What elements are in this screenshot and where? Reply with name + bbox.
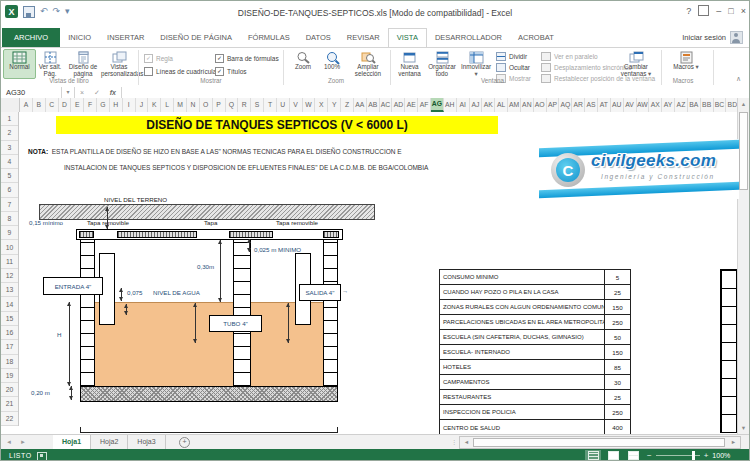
zoom-100-button[interactable]: 100% <box>317 49 347 79</box>
column-header[interactable]: AM <box>508 98 521 112</box>
enter-icon[interactable]: ✓ <box>94 89 100 97</box>
ribbon-tab[interactable]: DATOS <box>298 28 339 47</box>
column-header[interactable]: N <box>187 98 200 112</box>
column-header[interactable]: P <box>213 98 226 112</box>
table-row[interactable]: CAMPAMENTOS 30 <box>440 375 630 390</box>
table-row-value[interactable]: 250 <box>604 315 630 329</box>
row-header[interactable]: 17 <box>1 340 18 354</box>
row-header[interactable]: 9 <box>1 226 18 240</box>
custom-views-button[interactable]: Vistas personalizadas <box>100 49 138 79</box>
table-row[interactable]: ESCUELA- INTERNADO 150 <box>440 345 630 360</box>
row-header[interactable]: 8 <box>1 212 18 226</box>
ribbon-display-options-icon[interactable] <box>698 5 709 16</box>
table-row-value[interactable]: 85 <box>604 360 630 374</box>
row-header[interactable]: 21 <box>1 397 18 411</box>
scroll-up-icon[interactable]: ▲ <box>738 98 749 110</box>
column-header[interactable]: J <box>136 98 149 112</box>
column-header[interactable]: AH <box>444 98 457 112</box>
table-row[interactable]: CONSUMO MINIMO 5 <box>440 270 630 285</box>
ribbon-tab[interactable]: ACROBAT <box>510 28 562 47</box>
table-row-label[interactable]: ESCUELA (SIN CAFETERIA, DUCHAS, GIMNASIO… <box>440 330 604 344</box>
normal-view-button[interactable]: Normal <box>3 49 36 79</box>
name-box-dropdown-icon[interactable]: ▾ <box>62 87 75 98</box>
column-header[interactable]: AZ <box>675 98 688 112</box>
row-header[interactable]: 15 <box>1 312 18 326</box>
headings-checkbox[interactable]: ✓ Títulos <box>215 67 247 76</box>
column-header[interactable]: AT <box>598 98 611 112</box>
column-header[interactable]: AA <box>354 98 367 112</box>
ribbon-tab[interactable]: ARCHIVO <box>2 28 60 47</box>
column-header[interactable]: X <box>315 98 328 112</box>
ribbon-tab[interactable]: DISEÑO DE PÁGINA <box>152 28 240 47</box>
zoom-button[interactable]: Zoom <box>287 49 319 79</box>
table-row-value[interactable]: 400 <box>604 420 630 434</box>
table-row-label[interactable]: ZONAS RURALES CON ALGUN ORDENAMIENTO COM… <box>440 300 604 314</box>
column-header[interactable]: C <box>46 98 59 112</box>
ruler-checkbox[interactable]: ✓ Regla <box>144 54 173 63</box>
table-row-value[interactable]: 150 <box>604 300 630 314</box>
zoom-in-button[interactable]: + <box>704 449 709 461</box>
formula-input[interactable] <box>122 87 749 98</box>
row-header[interactable]: 13 <box>1 283 18 297</box>
select-all-corner[interactable] <box>1 98 20 112</box>
table-row[interactable]: CUANDO HAY POZO O PILA EN LA CASA 25 <box>440 285 630 300</box>
table-row[interactable]: ESCUELA (SIN CAFETERIA, DUCHAS, GIMNASIO… <box>440 330 630 345</box>
column-header[interactable]: F <box>84 98 97 112</box>
page-break-preview-button[interactable]: Ver salt. Pág. <box>34 49 66 79</box>
column-header[interactable]: AW <box>637 98 650 112</box>
ribbon-tab[interactable]: DESARROLLADOR <box>427 28 510 47</box>
table-row-label[interactable]: RESTAURANTES <box>440 390 604 404</box>
column-header[interactable]: AS <box>585 98 598 112</box>
freeze-panes-button[interactable]: Inmovilizar ▾ <box>458 49 494 79</box>
formula-bar-checkbox[interactable]: ✓ Barra de fórmulas <box>215 54 279 63</box>
table-row-label[interactable]: ESCUELA- INTERNADO <box>440 345 604 359</box>
sign-in[interactable]: Iniciar sesión <box>682 28 743 47</box>
column-header[interactable]: Q <box>226 98 239 112</box>
macros-button[interactable]: Macros ▾ <box>667 49 705 79</box>
scroll-down-icon[interactable]: ▼ <box>738 422 749 434</box>
column-header[interactable]: AD <box>392 98 405 112</box>
view-side-by-side-button[interactable]: Ver en paralelo <box>541 52 598 61</box>
table-row[interactable]: PARCELACIONES UBICADAS EN EL AREA METROP… <box>440 315 630 330</box>
column-header[interactable]: AG <box>431 98 444 112</box>
column-header[interactable]: K <box>148 98 161 112</box>
split-button[interactable]: Dividir <box>496 52 527 61</box>
help-button[interactable]: ? <box>686 6 691 16</box>
new-window-button[interactable]: Nueva ventana <box>393 49 426 79</box>
column-header[interactable]: AL <box>495 98 508 112</box>
row-header[interactable]: 14 <box>1 297 18 311</box>
zoom-level[interactable]: 100% <box>712 452 730 459</box>
restore-button[interactable]: □ <box>728 6 733 16</box>
row-header[interactable]: 1 <box>1 112 18 126</box>
row-header[interactable]: 4 <box>1 155 18 169</box>
arrange-all-button[interactable]: Organizar todo <box>424 49 460 79</box>
row-header[interactable]: 20 <box>1 383 18 397</box>
row-header[interactable]: 18 <box>1 355 18 369</box>
column-header[interactable]: AX <box>649 98 662 112</box>
row-header[interactable]: 6 <box>1 183 18 197</box>
table-row-value[interactable]: 50 <box>604 330 630 344</box>
column-header[interactable]: E <box>71 98 84 112</box>
normal-view-shortcut[interactable] <box>585 450 601 461</box>
column-header[interactable]: A <box>20 98 33 112</box>
column-header[interactable]: D <box>59 98 72 112</box>
row-header[interactable]: 2 <box>1 126 18 140</box>
page-break-shortcut[interactable] <box>625 450 641 461</box>
table-row-value[interactable]: 25 <box>604 285 630 299</box>
row-header[interactable]: 5 <box>1 169 18 183</box>
column-header[interactable]: T <box>264 98 277 112</box>
ribbon-tab[interactable]: INICIO <box>60 28 99 47</box>
zoom-out-button[interactable]: − <box>647 449 652 461</box>
column-header[interactable]: AQ <box>559 98 572 112</box>
row-header[interactable]: 3 <box>1 141 18 155</box>
table-row[interactable]: ZONAS RURALES CON ALGUN ORDENAMIENTO COM… <box>440 300 630 315</box>
tab-scrollbar-divider[interactable]: ⋮ <box>451 438 457 445</box>
horizontal-scrollbar-thumb[interactable] <box>473 438 725 447</box>
column-header[interactable]: V <box>290 98 303 112</box>
minimize-button[interactable]: – <box>716 6 721 16</box>
column-header[interactable]: Z <box>341 98 354 112</box>
table-row[interactable]: CENTRO DE SALUD 400 <box>440 420 630 434</box>
column-header[interactable]: S <box>251 98 264 112</box>
page-layout-button[interactable]: Diseño de página <box>64 49 102 79</box>
table-row-label[interactable]: HOTELES <box>440 360 604 374</box>
